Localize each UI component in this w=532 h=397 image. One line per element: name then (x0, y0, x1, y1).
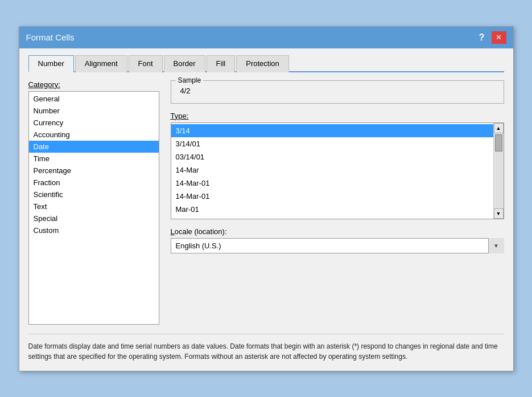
tab-fill[interactable]: Fill (207, 55, 236, 72)
category-label: Category: (28, 80, 159, 89)
category-item-fraction[interactable]: Fraction (29, 177, 159, 189)
type-list-container: 3/14 3/14/01 03/14/01 14-Mar 14-Mar-01 1… (171, 122, 504, 219)
sample-group: Sample 4/2 (171, 80, 504, 104)
type-item-1[interactable]: 3/14/01 (171, 137, 493, 150)
type-scroll-up[interactable]: ▲ (494, 123, 504, 133)
type-item-3[interactable]: 14-Mar (171, 163, 493, 177)
description-text: Date formats display date and time seria… (28, 334, 504, 362)
dialog-title: Format Cells (26, 32, 75, 42)
sample-legend: Sample (176, 76, 204, 84)
category-item-accounting[interactable]: Accounting (29, 129, 159, 141)
type-item-6[interactable]: Mar-01 (171, 203, 493, 216)
locale-select[interactable]: English (U.S.) (171, 238, 504, 253)
main-content: Category: General Number Currency Accoun… (28, 80, 504, 325)
title-bar-right: ? ✕ (475, 31, 506, 44)
category-item-general[interactable]: General (29, 93, 159, 105)
category-item-special[interactable]: Special (29, 212, 159, 224)
type-item-2[interactable]: 03/14/01 (171, 150, 493, 163)
dialog-body: Number Alignment Font Border Fill Protec… (19, 48, 513, 371)
type-item-4[interactable]: 14-Mar-01 (171, 177, 493, 190)
locale-select-wrapper: English (U.S.) ▼ (171, 238, 504, 253)
close-button[interactable]: ✕ (492, 31, 506, 44)
right-panel: Sample 4/2 Type: 3/14 3/14/01 03/14/01 1… (171, 80, 504, 325)
locale-underlined: L (171, 227, 175, 236)
type-item-0[interactable]: 3/14 (171, 124, 493, 137)
category-item-custom[interactable]: Custom (29, 224, 159, 236)
type-scroll-track (494, 133, 504, 208)
help-button[interactable]: ? (475, 31, 489, 44)
title-bar: Format Cells ? ✕ (19, 27, 513, 48)
tab-bar: Number Alignment Font Border Fill Protec… (28, 54, 504, 72)
category-item-text[interactable]: Text (29, 200, 159, 212)
locale-label: Locale (location): (171, 227, 504, 236)
tab-alignment[interactable]: Alignment (75, 55, 127, 72)
category-item-date[interactable]: Date (29, 141, 159, 153)
title-bar-left: Format Cells (26, 32, 75, 42)
category-list[interactable]: General Number Currency Accounting Date … (28, 91, 159, 325)
type-label: Type: (171, 112, 504, 120)
tab-font[interactable]: Font (129, 55, 163, 72)
category-item-time[interactable]: Time (29, 153, 159, 165)
category-item-currency[interactable]: Currency (29, 117, 159, 129)
type-scroll-thumb[interactable] (495, 134, 502, 152)
type-list[interactable]: 3/14 3/14/01 03/14/01 14-Mar 14-Mar-01 1… (171, 123, 504, 219)
left-panel: Category: General Number Currency Accoun… (28, 80, 159, 325)
type-scroll-down[interactable]: ▼ (494, 208, 504, 219)
tab-border[interactable]: Border (164, 55, 205, 72)
sample-value: 4/2 (177, 84, 498, 97)
category-item-scientific[interactable]: Scientific (29, 189, 159, 200)
category-item-percentage[interactable]: Percentage (29, 165, 159, 177)
type-scrollbar: ▲ ▼ (493, 123, 504, 219)
format-cells-dialog: Format Cells ? ✕ Number Alignment Font B… (19, 26, 514, 371)
category-item-number[interactable]: Number (29, 105, 159, 117)
type-item-5[interactable]: 14-Mar-01 (171, 190, 493, 203)
tab-number[interactable]: Number (28, 55, 74, 72)
tab-protection[interactable]: Protection (236, 55, 289, 72)
